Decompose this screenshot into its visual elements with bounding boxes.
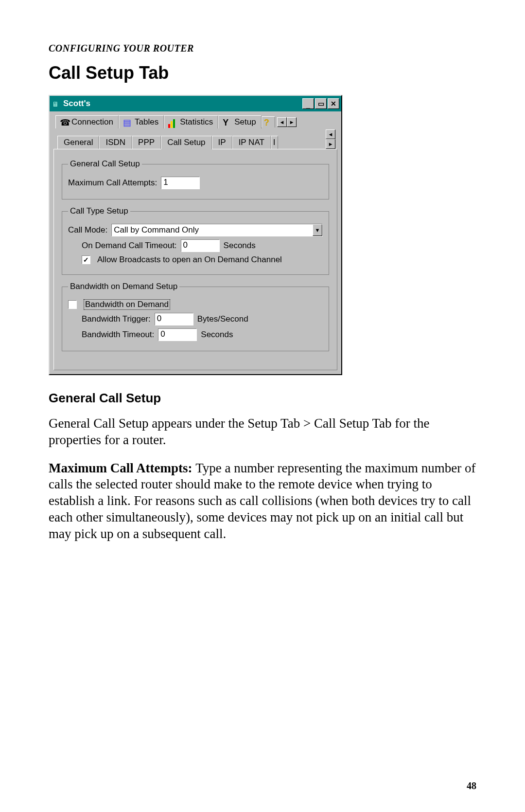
close-button[interactable]: ✕ — [328, 98, 339, 109]
max-call-attempts-label: Maximum Call Attempts: — [68, 178, 157, 188]
paragraph-2: Maximum Call Attempts: Type a number rep… — [49, 460, 476, 542]
setup-icon — [223, 118, 231, 126]
tab-connection-label: Connection — [71, 117, 113, 127]
tab-statistics-label: Statistics — [180, 117, 213, 127]
tab-help[interactable] — [262, 116, 275, 127]
bandwidth-timeout-field[interactable]: 0 — [158, 328, 197, 341]
bandwidth-trigger-label: Bandwidth Trigger: — [82, 314, 151, 324]
statistics-icon — [168, 118, 177, 126]
section-title: Call Setup Tab — [49, 63, 476, 83]
call-mode-select[interactable]: Call by Command Only ▼ — [111, 224, 323, 236]
group-call-type-legend: Call Type Setup — [68, 206, 130, 216]
subtab-ppp[interactable]: PPP — [132, 136, 161, 149]
tab-setup[interactable]: Setup — [218, 115, 261, 128]
tab-tables[interactable]: Tables — [119, 115, 164, 128]
breadcrumb: CONFIGURING YOUR ROUTER — [49, 43, 476, 54]
computer-icon — [52, 99, 61, 108]
tables-icon — [123, 118, 132, 126]
subtab-scroll-right[interactable]: ▸ — [326, 139, 335, 149]
subtab-ip[interactable]: IP — [212, 136, 232, 149]
allow-broadcasts-checkbox[interactable]: ✓ — [82, 255, 90, 264]
subtab-call-setup[interactable]: Call Setup — [161, 136, 211, 149]
on-demand-timeout-unit: Seconds — [224, 241, 256, 251]
subtab-ip-nat[interactable]: IP NAT — [232, 136, 271, 149]
subtab-scroll-left[interactable]: ◂ — [326, 129, 335, 139]
titlebar[interactable]: Scott's _ ▭ ✕ — [50, 96, 341, 111]
subtab-isdn[interactable]: ISDN — [99, 136, 132, 149]
bandwidth-trigger-unit: Bytes/Second — [197, 314, 248, 324]
group-call-type-setup: Call Type Setup Call Mode: Call by Comma… — [62, 206, 329, 275]
tab-scroll-right[interactable]: ▸ — [287, 117, 297, 127]
page-number: 48 — [467, 780, 476, 792]
group-general-legend: General Call Setup — [68, 159, 142, 169]
window-title: Scott's — [63, 99, 90, 108]
tab-page: General Call Setup Maximum Call Attempts… — [53, 149, 337, 370]
tab-connection[interactable]: Connection — [55, 115, 119, 128]
paragraph-2-bold: Maximum Call Attempts: — [49, 461, 195, 475]
subtab-extra[interactable]: I — [271, 136, 278, 149]
group-bandwidth-on-demand: Bandwidth on Demand Setup Bandwidth on D… — [62, 282, 329, 351]
bandwidth-timeout-label: Bandwidth Timeout: — [82, 330, 154, 340]
help-icon — [264, 118, 273, 126]
tab-statistics[interactable]: Statistics — [164, 115, 218, 128]
on-demand-timeout-field[interactable]: 0 — [181, 239, 220, 252]
bod-label: Bandwidth on Demand — [84, 299, 170, 310]
paragraph-1: General Call Setup appears under the Set… — [49, 415, 476, 449]
main-tab-row: Connection Tables Statistics Setup — [53, 115, 337, 128]
chevron-down-icon[interactable]: ▼ — [313, 224, 322, 236]
tab-setup-label: Setup — [234, 117, 256, 127]
window: Scott's _ ▭ ✕ Connection Tables — [49, 95, 342, 375]
minimize-button[interactable]: _ — [302, 98, 314, 109]
tab-tables-label: Tables — [135, 117, 158, 127]
bandwidth-timeout-unit: Seconds — [201, 330, 233, 340]
phone-icon — [60, 118, 69, 126]
maximize-button[interactable]: ▭ — [315, 98, 327, 109]
bod-checkbox[interactable] — [68, 300, 77, 309]
subtab-general[interactable]: General — [57, 136, 99, 149]
bandwidth-trigger-field[interactable]: 0 — [155, 313, 193, 325]
call-mode-label: Call Mode: — [68, 225, 107, 235]
max-call-attempts-field[interactable]: 1 — [161, 177, 200, 189]
on-demand-timeout-label: On Demand Call Timeout: — [82, 241, 177, 251]
group-general-call-setup: General Call Setup Maximum Call Attempts… — [62, 159, 329, 199]
tab-scroll-left[interactable]: ◂ — [277, 117, 287, 127]
allow-broadcasts-label: Allow Broadcasts to open an On Demand Ch… — [97, 255, 282, 265]
sub-tab-row: General ISDN PPP Call Setup IP IP NAT I … — [53, 128, 337, 149]
call-mode-value: Call by Command Only — [112, 225, 313, 235]
subheading: General Call Setup — [49, 391, 476, 406]
group-bod-legend: Bandwidth on Demand Setup — [68, 282, 179, 291]
